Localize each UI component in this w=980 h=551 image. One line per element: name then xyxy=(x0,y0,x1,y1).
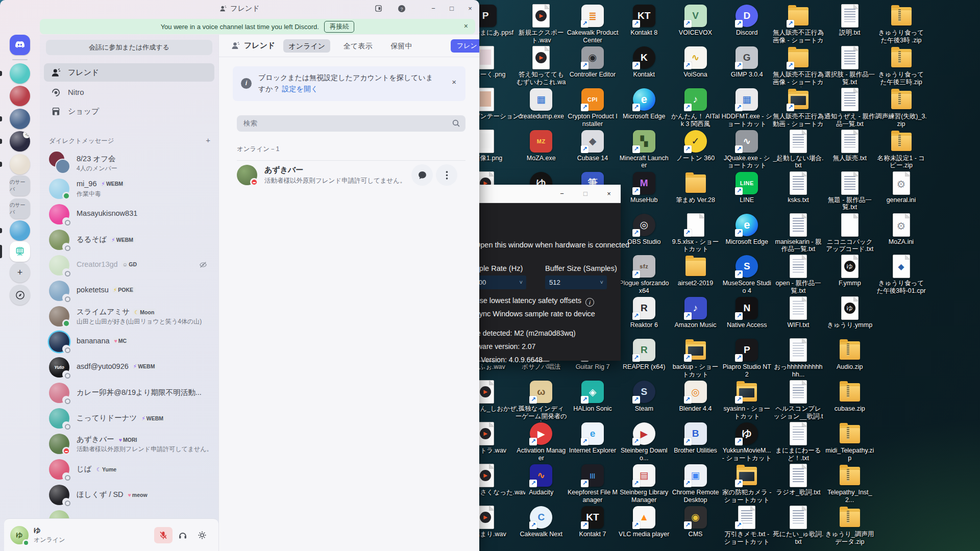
dm-item[interactable]: あずきバー♥MORI活動者様以外原則フレンド申請許可してません。 xyxy=(44,432,214,456)
desktop-icon[interactable]: ♪↗Amazon Music xyxy=(670,296,721,329)
desktop-icon[interactable]: |||↗Keepforest File Manager xyxy=(567,464,619,504)
desktop-icon[interactable]: 説明.txt xyxy=(824,4,875,37)
desktop-icon[interactable]: ▣↗Chrome Remote Desktop xyxy=(670,464,721,504)
desktop-icon[interactable]: ↗無人販売不正行為動画 - ショートカット xyxy=(773,88,824,129)
server-news[interactable] xyxy=(10,109,30,129)
desktop-icon[interactable]: 通知うぜえ - 親作品一覧.txt xyxy=(824,88,875,128)
desktop-icon[interactable]: ラジオ_歌詞.txt xyxy=(773,464,824,496)
server-miku[interactable] xyxy=(10,220,30,241)
desktop-icon[interactable]: KT↗Kontakt 7 xyxy=(567,506,619,538)
server-megmania[interactable]: ◁ xyxy=(10,131,30,152)
desktop-icon[interactable]: ▶↗Steinberg Downlo... xyxy=(618,422,670,462)
desktop-icon[interactable]: manisekarin - 親作品一覧.txt xyxy=(773,213,824,254)
dm-item[interactable]: Yutoasdf@yuto0926⚡WEBM xyxy=(44,356,214,379)
desktop-icon[interactable]: ↗syasinn - ショートカット xyxy=(721,380,773,420)
desktop-icon[interactable]: K↗Kontakt xyxy=(618,46,670,79)
close-button[interactable]: × xyxy=(461,0,479,17)
desktop-icon[interactable]: 死にたい_ゅ歌詞.txt xyxy=(773,506,824,546)
minimize-button[interactable]: − xyxy=(424,0,443,17)
desktop-icon[interactable]: ◉↗CMS xyxy=(670,506,721,538)
desktop-icon[interactable]: きゅうり_調声用データ.zip xyxy=(824,506,875,546)
tab-online[interactable]: オンライン xyxy=(283,39,330,53)
desktop-icon[interactable]: ◆↗Cubase 14 xyxy=(567,130,619,162)
headphones-button[interactable] xyxy=(174,527,192,543)
sidebar-item-shop[interactable]: ショップ xyxy=(44,102,214,120)
server-chibi[interactable] xyxy=(10,154,30,174)
desktop-icon[interactable]: ω↗孤独なインディーゲーム開発者の一生 ... xyxy=(516,380,567,421)
maximize-button[interactable]: □ xyxy=(443,0,461,17)
desktop-icon[interactable]: CPI↗Crypton Product Installer xyxy=(567,88,619,128)
desktop-icon[interactable]: ksks.txt xyxy=(773,171,824,204)
desktop-icon[interactable]: ↗万引きメモ.txt - ショートカット xyxy=(721,506,773,546)
dm-item[interactable]: bananana♥MC xyxy=(44,330,214,354)
help-icon[interactable]: ? xyxy=(393,0,411,17)
dm-item[interactable]: るるそば⚡WEBM xyxy=(44,228,214,252)
desktop-icon[interactable]: ゆF.ymmp xyxy=(824,255,875,287)
dm-item[interactable]: 8/23 オフ会4人のメンバー xyxy=(44,152,214,175)
tab-all[interactable]: 全て表示 xyxy=(338,39,377,53)
desktop-icon[interactable]: WIFI.txt xyxy=(773,296,824,329)
desktop-icon[interactable]: ◉↗Controller Editor xyxy=(567,46,619,79)
lowest-latency-checkbox-label[interactable]: Use lowest latency safety offsetsi xyxy=(474,296,594,307)
dm-item[interactable]: poketetsu⚡POKE xyxy=(44,279,214,303)
message-button[interactable] xyxy=(411,164,433,186)
search-input[interactable]: 検索 xyxy=(237,115,465,132)
server-easel[interactable] xyxy=(10,241,30,262)
desktop-icon[interactable]: N↗Native Access xyxy=(721,296,773,329)
desktop-icon[interactable]: ♪↗かんたん！ AITalk 3 関西風 xyxy=(670,88,721,128)
desktop-icon[interactable]: sfz↗Plogue sforzando x64 xyxy=(618,255,670,295)
server-text-2[interactable]: のサーバ xyxy=(10,198,30,219)
desktop-icon[interactable]: ↗無人販売不正行為画像 - ショートカッ... xyxy=(773,4,824,45)
desktop-icon[interactable]: ▚↗Minecraft Launcher xyxy=(618,130,670,170)
desktop-icon[interactable]: ◎↗Blender 4.4 xyxy=(670,380,721,413)
open-settings-link[interactable]: 設定を開く xyxy=(282,85,318,93)
sync-sample-rate-checkbox-label[interactable]: Sync Windows sample rate to device xyxy=(474,310,595,318)
sidebar-item-nitro[interactable]: Nitro xyxy=(44,83,214,101)
desktop-icon[interactable]: ∿↗JQuake.exe - ショートカット xyxy=(721,130,773,170)
buffer-size-dropdown[interactable]: 512 ˅ xyxy=(545,276,607,289)
desktop-icon[interactable]: _起動しない場合.txt xyxy=(773,130,824,170)
desktop-icon[interactable]: e↗Microsoft Edge xyxy=(721,213,773,246)
desktop-icon[interactable]: ゆ↗YukkunMovieM... - ショートカット xyxy=(721,422,773,462)
desktop-icon[interactable]: 筆まめ Ver.28 xyxy=(670,171,721,204)
desktop-icon[interactable]: C↗Cakewalk Next xyxy=(516,506,567,538)
desktop-icon[interactable]: LINE↗LINE xyxy=(721,171,773,204)
desktop-icon[interactable]: MZMoZA.exe xyxy=(516,130,567,162)
reconnect-button[interactable]: 再接続 xyxy=(324,21,355,33)
banner-close-icon[interactable]: × xyxy=(464,22,468,30)
add-server[interactable]: + xyxy=(10,262,30,283)
desktop-icon[interactable]: Audio.zip xyxy=(824,338,875,371)
desktop-icon[interactable]: 調声練習(失敗)_3.zip xyxy=(875,88,927,128)
add-friend-button[interactable]: フレンドに追加 xyxy=(451,39,479,53)
server-teal-face[interactable] xyxy=(10,63,30,84)
desktop-icon[interactable]: おっhhhhhhhhhhhh... xyxy=(773,338,824,379)
desktop-icon[interactable]: airset2-2019 xyxy=(670,255,721,287)
desktop-icon[interactable]: ◆きゅうり食ってた午後3時-01.cpr xyxy=(875,255,927,295)
desktop-icon[interactable]: ≣↗Cakewalk Product Center xyxy=(567,4,619,44)
desktop-icon[interactable]: 選択肢 - 親作品一覧.txt xyxy=(824,46,875,86)
dm-item[interactable]: Masayukisnow831 xyxy=(44,203,214,226)
desktop-icon[interactable]: open - 親作品一覧.txt xyxy=(773,255,824,295)
desktop-icon[interactable]: S↗Steam xyxy=(618,380,670,413)
desktop-icon[interactable]: 名称未設定1 - コピー.zip xyxy=(875,130,927,170)
desktop-icon[interactable]: e↗Internet Explorer xyxy=(567,422,619,455)
desktop-icon[interactable]: midi_Telepathy.zip xyxy=(824,422,875,462)
dm-item[interactable]: こってりドーナツ⚡WEBM xyxy=(44,407,214,430)
desktop-icon[interactable]: ↗無人販売不正行為画像 - ショートカット xyxy=(773,46,824,87)
server-collage[interactable] xyxy=(10,86,30,106)
desktop-icon[interactable]: D↗Discord xyxy=(721,4,773,37)
desktop-icon[interactable]: ヘルスコンプレッション__歌詞.txt xyxy=(773,380,824,421)
tab-pending[interactable]: 保留中 xyxy=(385,39,417,53)
info-icon[interactable]: i xyxy=(585,298,594,307)
desktop-icon[interactable]: ニコニコバックアップコード.txt xyxy=(824,213,875,254)
join-or-create-button[interactable]: 会話に参加または作成する xyxy=(46,40,212,55)
server-text-1[interactable]: のサーバ xyxy=(10,176,30,196)
desktop-icon[interactable]: ▶答え知っててもむずいわこれ.wav xyxy=(516,46,567,87)
desktop-icon[interactable]: ⚙MoZA.ini xyxy=(875,213,927,246)
desktop-icon[interactable]: ゆきゅうり.ymmp xyxy=(824,296,875,329)
desktop-icon[interactable]: 無人販売.txt xyxy=(824,130,875,162)
dm-item[interactable]: スライムアミサ☾Moon山田と山田が好き(山田リョウと笑う4体の山) xyxy=(44,305,214,328)
desktop-icon[interactable]: ▶↗Activation Manager xyxy=(516,422,567,462)
discord-home[interactable] xyxy=(10,35,30,55)
desktop-icon[interactable]: ∿↗VoiSona xyxy=(670,46,721,79)
